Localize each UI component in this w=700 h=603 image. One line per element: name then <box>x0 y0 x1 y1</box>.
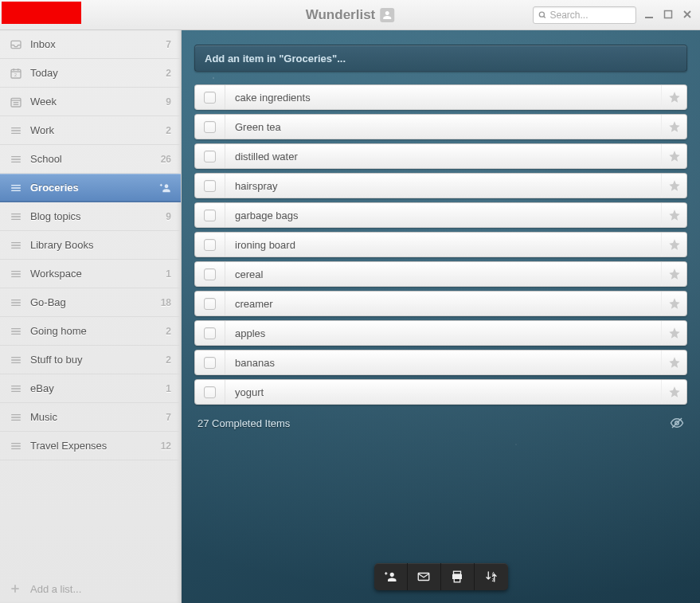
star-button[interactable] <box>661 350 686 374</box>
completed-items-row[interactable]: 27 Completed Items <box>194 416 687 430</box>
sidebar-item-label: Go-Bag <box>30 296 153 308</box>
task-row[interactable]: bananas <box>194 350 687 375</box>
search-input[interactable] <box>550 10 632 21</box>
sidebar-item-workspace[interactable]: Workspace1 <box>0 260 181 288</box>
star-button[interactable] <box>661 115 686 139</box>
task-row[interactable]: yogurt <box>194 379 687 405</box>
add-list-button[interactable]: Add a list... <box>0 574 181 603</box>
sidebar-item-count: 2 <box>166 125 171 136</box>
sync-icon[interactable] <box>380 8 394 22</box>
minimize-button[interactable] <box>644 10 655 21</box>
sidebar-item-go-bag[interactable]: Go-Bag18 <box>0 288 181 317</box>
task-checkbox[interactable] <box>195 144 225 168</box>
task-row[interactable]: hairspray <box>194 173 687 198</box>
sidebar-item-inbox[interactable]: Inbox7 <box>0 30 181 59</box>
task-checkbox[interactable] <box>195 203 225 227</box>
completed-items-label: 27 Completed Items <box>197 417 290 429</box>
titlebar: Wunderlist <box>0 0 700 30</box>
sidebar-item-stuff-to-buy[interactable]: Stuff to buy2 <box>0 346 181 374</box>
task-checkbox[interactable] <box>195 321 225 345</box>
share-list-icon[interactable] <box>158 182 171 194</box>
sidebar-item-today[interactable]: 2Today2 <box>0 59 181 88</box>
task-checkbox[interactable] <box>195 85 225 109</box>
sidebar: Inbox72Today2Week9Work2School26Groceries… <box>0 30 182 603</box>
list-icon <box>10 382 22 395</box>
maximize-button[interactable] <box>663 10 675 21</box>
star-button[interactable] <box>661 144 686 168</box>
sidebar-item-groceries[interactable]: Groceries <box>0 174 181 202</box>
content-pane: Add an item in "Groceries"... cake ingre… <box>182 30 700 603</box>
sidebar-item-week[interactable]: Week9 <box>0 88 181 116</box>
email-button[interactable] <box>408 563 441 590</box>
sidebar-item-count: 2 <box>166 354 171 366</box>
sidebar-item-label: Library Books <box>30 239 163 251</box>
star-button[interactable] <box>661 174 686 198</box>
star-button[interactable] <box>661 262 686 286</box>
svg-text:2: 2 <box>14 72 17 77</box>
app-title-text: Wunderlist <box>306 7 376 23</box>
task-row[interactable]: cake ingredients <box>194 84 687 110</box>
sidebar-item-library-books[interactable]: Library Books <box>0 231 181 260</box>
task-title: distilled water <box>225 151 661 162</box>
task-row[interactable]: apples <box>194 320 687 346</box>
share-button[interactable] <box>374 563 408 590</box>
star-button[interactable] <box>661 292 686 315</box>
task-row[interactable]: creamer <box>194 291 687 316</box>
task-checkbox[interactable] <box>195 115 225 139</box>
add-list-label: Add a list... <box>30 583 81 595</box>
add-item-input[interactable]: Add an item in "Groceries"... <box>194 45 687 72</box>
task-row[interactable]: Green tea <box>194 114 687 139</box>
sidebar-item-count: 9 <box>166 96 171 108</box>
sidebar-item-label: Music <box>30 411 158 423</box>
sidebar-item-label: Going home <box>30 325 158 337</box>
sidebar-item-count: 9 <box>166 211 171 222</box>
task-row[interactable]: garbage bags <box>194 202 687 228</box>
sidebar-item-count: 7 <box>166 412 171 423</box>
list-icon <box>10 239 22 252</box>
star-button[interactable] <box>661 321 686 345</box>
list-icon <box>10 268 22 280</box>
task-row[interactable]: cereal <box>194 261 687 287</box>
plus-icon <box>10 583 22 594</box>
task-title: garbage bags <box>225 209 661 221</box>
sidebar-item-label: Stuff to buy <box>30 354 158 366</box>
list-icon <box>10 354 22 366</box>
star-button[interactable] <box>661 380 686 404</box>
sidebar-item-count: 12 <box>161 441 171 452</box>
sidebar-item-count: 26 <box>161 154 171 165</box>
print-button[interactable] <box>441 563 475 590</box>
sidebar-item-label: Today <box>30 67 158 79</box>
task-checkbox[interactable] <box>195 350 225 374</box>
list-icon <box>10 153 22 166</box>
task-title: hairspray <box>225 180 661 192</box>
task-list: cake ingredientsGreen teadistilled water… <box>194 84 687 405</box>
sidebar-item-going-home[interactable]: Going home2 <box>0 317 181 346</box>
sidebar-item-school[interactable]: School26 <box>0 145 181 174</box>
bottom-toolbar: A Z <box>374 563 508 590</box>
task-title: cake ingredients <box>225 92 661 104</box>
sidebar-item-blog-topics[interactable]: Blog topics9 <box>0 202 181 231</box>
star-button[interactable] <box>661 85 686 109</box>
task-title: yogurt <box>225 386 661 398</box>
inbox-icon <box>10 38 22 51</box>
task-row[interactable]: distilled water <box>194 143 687 169</box>
sidebar-item-count: 2 <box>166 68 171 79</box>
task-checkbox[interactable] <box>195 380 225 404</box>
star-button[interactable] <box>661 233 686 256</box>
sidebar-item-count: 18 <box>161 297 171 308</box>
sort-button[interactable]: A Z <box>475 563 508 590</box>
task-checkbox[interactable] <box>195 262 225 286</box>
sidebar-item-ebay[interactable]: eBay1 <box>0 374 181 403</box>
close-button[interactable] <box>682 10 694 21</box>
task-checkbox[interactable] <box>195 292 225 315</box>
visibility-toggle-icon[interactable] <box>670 416 684 430</box>
sidebar-item-work[interactable]: Work2 <box>0 116 181 145</box>
task-row[interactable]: ironing board <box>194 232 687 257</box>
star-button[interactable] <box>661 203 686 227</box>
sidebar-item-music[interactable]: Music7 <box>0 403 181 432</box>
redacted-region <box>2 2 81 24</box>
task-checkbox[interactable] <box>195 174 225 198</box>
search-field[interactable] <box>533 6 636 24</box>
sidebar-item-travel-expenses[interactable]: Travel Expenses12 <box>0 432 181 460</box>
task-checkbox[interactable] <box>195 233 225 256</box>
